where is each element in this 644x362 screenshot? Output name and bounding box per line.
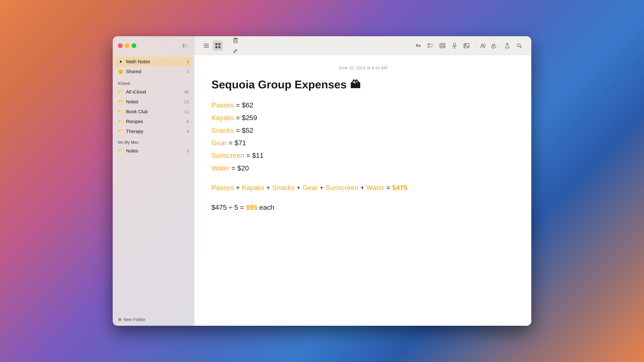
toolbar-separator: › [474, 43, 476, 48]
sidebar-item-all-icloud[interactable]: 📁 All iCloud 46 [114, 87, 192, 97]
note-date: June 10, 2024 at 9:41 AM [212, 65, 514, 70]
svg-rect-8 [218, 43, 220, 45]
attachment-button[interactable] [461, 40, 472, 51]
sidebar-item-notes-mac[interactable]: 📁 Notes 9 [114, 146, 192, 156]
new-folder-button[interactable]: ⊕ New Folder [118, 317, 189, 322]
folder-count: 11 [184, 109, 189, 114]
plus-circle-icon: ⊕ [118, 317, 122, 322]
folder-icon: 📁 [118, 109, 124, 114]
expense-snacks: Snacks = $52 [212, 126, 514, 135]
checklist-button[interactable] [425, 40, 436, 51]
sidebar-item-notes-icloud[interactable]: 📁 Notes 23 [114, 97, 192, 107]
shared-icon: 🙂 [118, 69, 124, 74]
folder-label: Therapy [126, 129, 184, 134]
formula-passes: Passes [212, 184, 234, 192]
list-view-button[interactable] [201, 40, 212, 51]
sidebar-item-recipes[interactable]: 📁 Recipes 8 [114, 117, 192, 126]
lock-chevron-icon: ⌄ [496, 44, 499, 47]
sidebar-item-math-notes[interactable]: ✦ Math Notes 3 [114, 57, 192, 67]
folder-icon: 📁 [118, 148, 124, 154]
svg-rect-25 [454, 43, 455, 46]
sidebar-item-book-club[interactable]: 📁 Book Club 11 [114, 107, 192, 117]
folder-label: Notes [126, 99, 182, 105]
folder-count: 8 [186, 119, 189, 124]
main-area: Aa [194, 36, 531, 326]
note-title-text: Sequoia Group Expenses [212, 78, 347, 91]
pinned-section: ✦ Math Notes 3 🙂 Shared 2 [114, 55, 192, 77]
formula-gear: Gear [302, 184, 318, 192]
expense-name: Water [212, 164, 230, 172]
delete-button[interactable] [230, 36, 241, 46]
sidebar-toggle-button[interactable] [181, 42, 189, 49]
svg-rect-6 [204, 47, 209, 48]
folder-label: Notes [126, 148, 184, 154]
folder-count: 9 [186, 149, 189, 154]
svg-rect-3 [185, 46, 188, 47]
sidebar-item-label: Math Notes [126, 59, 184, 64]
formula-plus-1: + [236, 184, 242, 192]
svg-rect-17 [428, 46, 429, 47]
minimize-button[interactable] [125, 43, 130, 48]
expense-value: = $62 [236, 101, 253, 109]
expense-name: Snacks [212, 126, 234, 134]
formula-plus-5: + [360, 184, 366, 192]
expense-value: = $11 [246, 152, 264, 159]
svg-rect-14 [235, 40, 235, 42]
svg-rect-11 [234, 39, 237, 43]
formula-snacks: Snacks [272, 184, 295, 192]
lock-button[interactable]: ⌄ [490, 40, 500, 51]
formula-water: Water [366, 184, 384, 192]
formula-total: $475 [392, 184, 408, 192]
on-my-mac-folder-list: 📁 Notes 9 [114, 146, 192, 156]
toolbar-actions-left [230, 36, 241, 56]
calculation-line: $475 ÷ 5 = $95 each [212, 202, 514, 213]
toolbar: Aa [194, 36, 531, 55]
sidebar-item-count: 3 [186, 59, 189, 64]
close-button[interactable] [118, 43, 122, 48]
mountain-emoji: 🏔 [350, 79, 360, 90]
share-button[interactable] [502, 40, 512, 51]
folder-count: 23 [184, 99, 189, 104]
collab-button[interactable] [478, 40, 488, 51]
maximize-button[interactable] [132, 43, 136, 48]
table-button[interactable] [437, 40, 448, 51]
folder-count: 46 [184, 90, 189, 95]
toolbar-left [201, 40, 223, 51]
svg-point-31 [484, 44, 486, 46]
svg-rect-4 [204, 44, 209, 44]
search-button[interactable] [514, 40, 524, 51]
sidebar-item-therapy[interactable]: 📁 Therapy 4 [114, 126, 192, 136]
svg-rect-9 [215, 46, 218, 48]
formula-kayaks: Kayaks [242, 184, 264, 192]
expense-passes: Passes = $62 [212, 100, 514, 110]
expense-kayaks: Kayaks = $259 [212, 113, 514, 123]
expense-gear: Gear = $71 [212, 138, 514, 148]
sidebar-item-shared[interactable]: 🙂 Shared 2 [114, 67, 192, 76]
formula-sunscreen: Sunscreen [326, 184, 358, 192]
note-title: Sequoia Group Expenses 🏔 [212, 78, 514, 91]
note-editor[interactable]: June 10, 2024 at 9:41 AM Sequoia Group E… [194, 55, 531, 326]
font-button[interactable]: Aa [413, 40, 424, 51]
formula-plus-2: + [266, 184, 272, 192]
calc-expression: $475 ÷ 5 = [212, 204, 246, 211]
calc-result: $95 [246, 204, 258, 211]
expense-list: Passes = $62 Kayaks = $259 Snacks = $52 … [212, 100, 514, 173]
compose-button[interactable] [230, 46, 241, 56]
folder-icon: 📁 [118, 129, 124, 134]
svg-rect-19 [430, 46, 433, 47]
folder-label: Recipes [126, 119, 184, 124]
svg-line-35 [520, 46, 522, 48]
grid-view-button[interactable] [213, 40, 223, 51]
sidebar-footer: ⊕ New Folder [113, 313, 194, 326]
expense-value: = $259 [236, 114, 257, 122]
folder-icon: 📁 [118, 99, 124, 104]
svg-rect-7 [215, 43, 218, 45]
audio-button[interactable] [449, 40, 460, 51]
formula-plus-4: + [320, 184, 326, 192]
svg-rect-12 [233, 38, 238, 39]
svg-rect-2 [185, 45, 188, 46]
sidebar: ✦ Math Notes 3 🙂 Shared 2 iCloud 📁 [113, 36, 194, 326]
app-window: ✦ Math Notes 3 🙂 Shared 2 iCloud 📁 [113, 36, 531, 326]
svg-rect-13 [235, 38, 236, 38]
svg-rect-0 [183, 44, 184, 48]
